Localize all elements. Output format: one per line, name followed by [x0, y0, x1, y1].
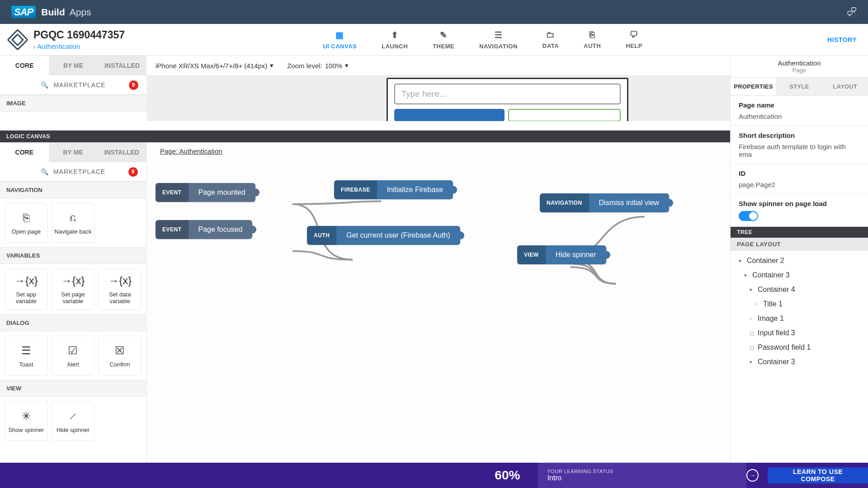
nav-navigation[interactable]: ☰NAVIGATION [479, 30, 518, 50]
description-input[interactable]: Firebase auth template to login with ema [739, 143, 860, 158]
section-dialog: DIALOG [0, 314, 146, 331]
tree-item[interactable]: Container 2 [731, 253, 868, 268]
status-label: YOUR LEARNING STATUS [547, 469, 737, 474]
back-icon: ⎌ [70, 211, 76, 225]
main-nav: ▦UI CANVAS ⬆LAUNCH ✎THEME ☰NAVIGATION 🗀D… [149, 30, 816, 50]
project-title: PGQC 1690447357 [33, 29, 125, 41]
tree-item[interactable]: Container 3 [731, 355, 868, 369]
history-link[interactable]: HISTORY [816, 36, 868, 43]
app-header: PGQC 1690447357 Authentication ▦UI CANVA… [0, 24, 868, 56]
node-page-focused[interactable]: EVENT Page focused [156, 220, 252, 239]
progress-percent: 60% [0, 468, 538, 483]
logic-marketplace-button[interactable]: 🔍 MARKETPLACE 9 [0, 162, 146, 182]
node-init-firebase[interactable]: FIREBASE Initialize Firebase [334, 180, 453, 199]
section-image: IMAGE [0, 95, 146, 112]
id-value: page.Page2 [739, 181, 860, 188]
nav-auth[interactable]: ⎘AUTH [584, 30, 601, 50]
learn-button[interactable]: LEARN TO USE COMPOSE [768, 467, 868, 483]
alert-icon: ☑ [68, 344, 78, 357]
search-icon: 🔍 [41, 81, 49, 89]
node-get-current-user[interactable]: AUTH Get current user (Firebase Auth) [307, 226, 460, 245]
nav-launch[interactable]: ⬆LAUNCH [382, 30, 408, 50]
next-arrow-icon[interactable]: → [746, 469, 759, 482]
grid-icon: ▦ [335, 30, 344, 40]
upload-icon: ⬆ [391, 30, 399, 40]
spinner-icon: ✳ [22, 410, 31, 423]
nav-help[interactable]: 🗩HELP [626, 30, 642, 50]
status-value: Intro [547, 474, 737, 482]
node-hide-spinner[interactable]: VIEW Hide spinner [517, 245, 606, 264]
marketplace-badge: 9 [129, 80, 138, 90]
node-dismiss-initial-view[interactable]: NAVIGATION Dismiss initial view [540, 193, 669, 212]
comp-hide-spinner[interactable]: ⟋Hide spinner [52, 401, 95, 441]
comp-show-spinner[interactable]: ✳Show spinner [5, 401, 48, 441]
section-variables: VARIABLES [0, 247, 146, 264]
device-selector[interactable]: iPhone XR/XS Max/6+/7+/8+ (414px) ▾ [156, 61, 274, 70]
node-page-mounted[interactable]: EVENT Page mounted [156, 183, 255, 202]
tree-header: TREE [731, 227, 868, 238]
nav-ui-canvas[interactable]: ▦UI CANVAS [323, 30, 357, 50]
brand-apps: Apps [70, 7, 91, 18]
search-icon: 🔍 [41, 168, 49, 175]
top-bar: SAP Build Apps 🗪 [0, 0, 868, 24]
logic-tab-installed[interactable]: INSTALLED [97, 142, 146, 162]
confirm-icon: ☒ [115, 344, 125, 357]
comp-alert[interactable]: ☑Alert [52, 336, 95, 375]
preview-login-button[interactable] [394, 109, 505, 121]
comp-set-app-var[interactable]: →{x}Set app variable [5, 268, 48, 310]
tab-layout[interactable]: LAYOUT [822, 78, 868, 95]
chevron-down-icon: ▾ [270, 61, 274, 70]
breadcrumb[interactable]: Authentication [33, 42, 125, 50]
page-name-input[interactable]: Authentication [739, 113, 860, 120]
chevron-down-icon: ▾ [345, 61, 349, 70]
folder-icon: 🗀 [546, 30, 555, 40]
tab-properties[interactable]: PROPERTIES [731, 78, 776, 95]
description-label: Short description [739, 131, 860, 139]
learning-footer: 60% YOUR LEARNING STATUS Intro → LEARN T… [0, 463, 868, 488]
zoom-selector[interactable]: Zoom level: 100% ▾ [287, 61, 349, 70]
tab-core[interactable]: CORE [0, 56, 49, 75]
logic-sidebar: CORE BY ME INSTALLED 🔍 MARKETPLACE 9 NAV… [0, 142, 146, 463]
comp-navigate-back[interactable]: ⎌Navigate back [52, 203, 95, 243]
tree-item[interactable]: Title 1 [731, 297, 868, 311]
section-navigation: NAVIGATION [0, 182, 146, 198]
brand-build: Build [41, 7, 65, 18]
tab-installed[interactable]: INSTALLED [98, 56, 146, 75]
panel-subtitle: Page [731, 67, 868, 74]
tree-section: PAGE LAYOUT [731, 238, 868, 251]
nav-data[interactable]: 🗀DATA [542, 30, 559, 50]
feedback-icon[interactable]: 🗪 [847, 6, 857, 18]
spinner-label: Show spinner on page load [739, 200, 860, 207]
tree-item[interactable]: Container 3 [731, 268, 868, 282]
comp-set-page-var[interactable]: →{x}Set page variable [52, 268, 95, 310]
tab-style[interactable]: STYLE [776, 78, 822, 95]
list-icon: ☰ [495, 30, 503, 40]
logic-tab-core[interactable]: CORE [0, 142, 49, 162]
comp-toast[interactable]: ☰Toast [5, 336, 48, 375]
phone-frame: Type here... [387, 78, 628, 121]
tab-by-me[interactable]: BY ME [49, 56, 98, 75]
var-icon: →{x} [108, 274, 132, 287]
marketplace-button[interactable]: 🔍 MARKETPLACE 9 [0, 75, 146, 95]
component-tabs: CORE BY ME INSTALLED [0, 56, 146, 75]
comp-set-data-var[interactable]: →{x}Set data variable [98, 268, 142, 310]
preview-signup-button[interactable] [508, 109, 621, 121]
tree-item[interactable]: Password field 1 [731, 340, 868, 355]
toast-icon: ☰ [21, 344, 31, 357]
comp-confirm[interactable]: ☒Confirm [98, 336, 142, 375]
tree-item[interactable]: Container 4 [731, 282, 868, 297]
var-icon: →{x} [14, 274, 38, 287]
comp-open-page[interactable]: ⎘Open page [5, 203, 48, 243]
panel-title: Authentication [731, 59, 868, 67]
app-logo-icon [7, 28, 28, 50]
logic-tab-by-me[interactable]: BY ME [49, 142, 98, 162]
tree-item[interactable]: Image 1 [731, 311, 868, 326]
spinner-toggle[interactable] [739, 211, 758, 221]
nav-theme[interactable]: ✎THEME [433, 30, 454, 50]
var-icon: →{x} [61, 274, 85, 287]
brush-icon: ✎ [440, 30, 448, 40]
spinner-off-icon: ⟋ [67, 410, 78, 423]
preview-input[interactable]: Type here... [394, 84, 621, 104]
open-page-icon: ⎘ [23, 211, 29, 225]
tree-item[interactable]: Input field 3 [731, 326, 868, 340]
